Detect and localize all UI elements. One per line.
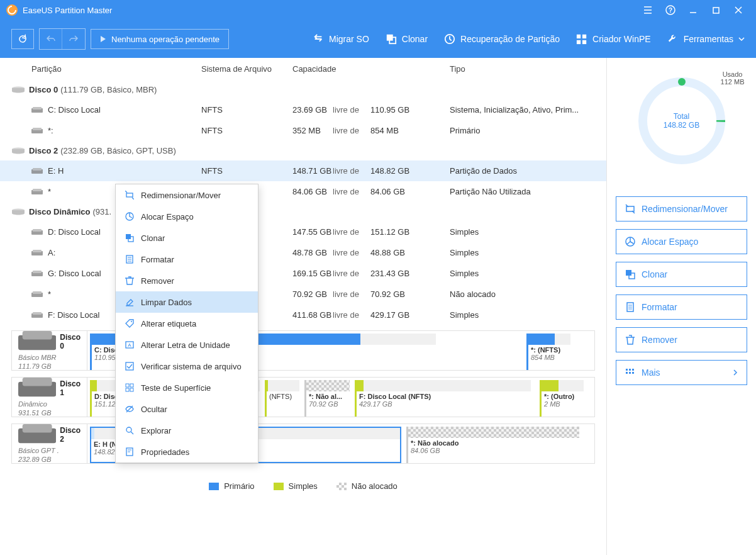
context-menu-item[interactable]: Explorar <box>116 420 258 441</box>
disk-title[interactable]: Disco Dinâmico (931. <box>0 202 606 221</box>
clone-icon <box>125 233 135 243</box>
side-more-button[interactable]: Mais <box>616 360 747 385</box>
sidebar: Usado 112 MB Total 148.82 GB Redimension… <box>606 58 756 555</box>
maximize-button[interactable] <box>704 0 727 20</box>
app-title: EaseUS Partition Master <box>23 6 636 15</box>
migrate-os-button[interactable]: Migrar SO <box>313 33 369 45</box>
donut-total-label: Total <box>664 112 699 121</box>
tools-dropdown[interactable]: Ferramentas <box>667 33 745 45</box>
context-menu-item[interactable]: Propriedades <box>116 441 258 462</box>
disk-title[interactable]: Disco 2 (232.89 GB, Básico, GPT, USB) <box>0 141 606 160</box>
partition-row[interactable]: E: H NFTS 148.71 GBlivre de148.82 GB Par… <box>0 160 606 181</box>
table-header: Partição Sistema de Arquivo Capacidade T… <box>0 58 606 80</box>
side-resize-button[interactable]: Redimensionar/Mover <box>616 196 747 221</box>
svg-rect-51 <box>126 193 133 197</box>
redo-button[interactable] <box>62 29 85 49</box>
context-menu-item[interactable]: Redimensionar/Mover <box>116 184 258 206</box>
diskbar-segment[interactable]: *: Não alocado84.06 GB <box>406 427 579 463</box>
svg-rect-7 <box>582 35 586 38</box>
side-clone-button[interactable]: Clonar <box>616 262 747 287</box>
legend-unalloc-label: Não alocado <box>352 481 397 491</box>
context-menu-item[interactable]: Ocultar <box>116 398 258 420</box>
side-allocate-button[interactable]: Alocar Espaço <box>616 229 747 254</box>
svg-point-39 <box>678 78 686 86</box>
svg-rect-63 <box>130 388 133 391</box>
diskbar-segment[interactable]: *: Não al...70.92 GB <box>304 380 350 417</box>
partition-row[interactable]: *: NFTS 352 MBlivre de854 MB Primário <box>0 120 606 141</box>
svg-rect-40 <box>626 206 634 211</box>
svg-rect-17 <box>33 168 42 171</box>
context-menu-item[interactable]: Alocar Espaço <box>116 206 258 227</box>
pending-label: Nenhuma operação pendente <box>111 35 220 44</box>
partition-recovery-button[interactable]: Recuperação de Partição <box>444 33 560 45</box>
diskbar-row[interactable]: Disco 0 Básico MBR 111.79 GB C: Disc110.… <box>11 330 595 371</box>
context-menu-item[interactable]: AAlterar Letra de Unidade <box>116 334 258 356</box>
remove-icon <box>125 276 135 286</box>
allocate-icon <box>125 211 135 221</box>
list-icon[interactable] <box>636 0 659 20</box>
partition-row[interactable]: * 84.06 GBlivre de84.06 GB Partição Não … <box>0 181 606 202</box>
partition-row[interactable]: C: Disco Local NFTS 23.69 GBlivre de110.… <box>0 99 606 120</box>
titlebar: EaseUS Partition Master ? <box>0 0 756 20</box>
winpe-creator-button[interactable]: Criador WinPE <box>576 33 651 45</box>
partition-row[interactable]: A: 48.78 GBlivre de48.88 GB Simples <box>0 242 606 263</box>
svg-rect-48 <box>626 372 628 374</box>
svg-rect-9 <box>582 40 586 44</box>
context-menu-item[interactable]: Alterar etiqueta <box>116 313 258 334</box>
svg-rect-49 <box>629 372 631 374</box>
svg-rect-34 <box>23 378 52 386</box>
diskbar-segment[interactable]: (NFTS) <box>265 380 299 417</box>
pending-operations[interactable]: Nenhuma operação pendente <box>91 29 229 49</box>
refresh-button[interactable] <box>11 29 34 49</box>
partition-row[interactable]: * 70.92 GBlivre de70.92 GB Não alocado <box>0 284 606 305</box>
disk-title[interactable]: Disco 0 (111.79 GB, Básico, MBR) <box>0 80 606 99</box>
svg-rect-59 <box>126 362 133 370</box>
undo-button[interactable] <box>40 29 62 49</box>
partition-row[interactable]: F: Disco Local 411.68 GBlivre de429.17 G… <box>0 305 606 325</box>
diskbar-row[interactable]: Disco 2 Básico GPT . 232.89 GB E: H (NFT… <box>11 423 595 464</box>
partition-row[interactable]: G: Disco Local 169.15 GBlivre de231.43 G… <box>0 263 606 284</box>
context-menu-item[interactable]: Verificar sistema de arquivo <box>116 356 258 377</box>
wipe-icon <box>125 297 135 307</box>
resize-icon <box>125 190 135 200</box>
svg-point-56 <box>131 321 132 322</box>
diskbar-label: Disco 1 Dinâmico 931.51 GB <box>12 378 87 417</box>
col-partition: Partição <box>31 64 201 74</box>
donut-used-label: Usado <box>721 70 745 78</box>
partition-row[interactable]: D: Disco Local 147.55 GBlivre de151.12 G… <box>0 221 606 242</box>
diskbar-segment[interactable]: F: Disco Local (NFTS)429.17 GB <box>355 380 531 417</box>
legend: Primário Simples Não alocado <box>0 475 606 497</box>
context-menu-item[interactable]: Clonar <box>116 227 258 249</box>
hide-icon <box>125 404 135 414</box>
svg-rect-46 <box>629 369 631 371</box>
svg-rect-28 <box>33 291 42 294</box>
legend-simple-label: Simples <box>289 481 318 491</box>
svg-rect-14 <box>33 128 42 130</box>
side-remove-button[interactable]: Remover <box>616 327 747 352</box>
svg-point-64 <box>126 427 131 432</box>
explore-icon <box>125 425 135 435</box>
clone-button[interactable]: Clonar <box>386 33 428 45</box>
svg-rect-8 <box>577 40 581 44</box>
svg-text:?: ? <box>669 7 672 14</box>
svg-rect-22 <box>33 229 42 232</box>
svg-rect-47 <box>632 369 634 371</box>
svg-rect-30 <box>33 312 42 315</box>
diskbar-segment[interactable]: *: (Outro)2 MB <box>540 380 584 417</box>
letter-icon: A <box>125 340 135 350</box>
help-icon[interactable]: ? <box>659 0 682 20</box>
format-icon <box>125 254 135 264</box>
context-menu-item[interactable]: Remover <box>116 270 258 291</box>
context-menu-item[interactable]: Teste de Superfície <box>116 377 258 398</box>
minimize-button[interactable] <box>682 0 704 20</box>
check-icon <box>125 361 135 371</box>
diskbar-segment[interactable]: *: (NFTS)854 MB <box>526 334 570 370</box>
svg-rect-32 <box>23 331 52 339</box>
diskbar-row[interactable]: Disco 1 Dinâmico 931.51 GB D: Disc151.12… <box>11 377 595 417</box>
svg-rect-61 <box>130 384 133 387</box>
context-menu-item[interactable]: Limpar Dados <box>116 291 258 313</box>
close-button[interactable] <box>727 0 750 20</box>
context-menu-item[interactable]: Formatar <box>116 249 258 270</box>
svg-rect-2 <box>713 8 719 13</box>
side-format-button[interactable]: Formatar <box>616 294 747 320</box>
